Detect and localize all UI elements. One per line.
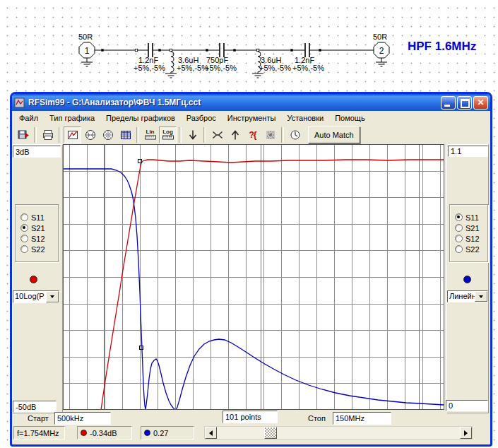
chevron-down-icon — [50, 295, 54, 298]
capacitor-c3[interactable] — [305, 43, 309, 57]
right-radio-s21[interactable]: S21 — [455, 224, 487, 232]
desktop: 1 50R 1.2nF +5%,-5% 3.6uH +5%,-5% 750pF … — [0, 0, 498, 448]
maximize-button[interactable] — [457, 96, 472, 110]
right-radio-s22[interactable]: S22 — [455, 245, 487, 254]
blue-marker-icon — [144, 430, 150, 436]
up-arrow-icon — [229, 129, 242, 141]
schematic: 1 50R 1.2nF +5%,-5% 3.6uH +5%,-5% 750pF … — [0, 0, 498, 92]
cursor-scrollbar[interactable] — [204, 426, 473, 440]
polar-chart-button[interactable] — [99, 126, 117, 143]
blue-marker-value: 0.27 — [153, 429, 168, 437]
l1-tolerance: +5%,-5% — [177, 64, 208, 72]
table-view-button[interactable] — [117, 126, 134, 143]
dropdown-button[interactable] — [46, 291, 59, 302]
s-parameter-chart[interactable] — [63, 144, 444, 410]
ground-icon — [376, 58, 387, 66]
match-button[interactable] — [208, 126, 226, 143]
right-bottom-limit-input[interactable] — [446, 400, 488, 411]
rectangular-graph-button[interactable] — [64, 126, 81, 143]
noise-button[interactable] — [261, 126, 279, 143]
points-input[interactable] — [223, 411, 278, 423]
left-top-limit-input[interactable] — [13, 146, 61, 158]
auto-match-button[interactable]: Auto Match — [308, 126, 360, 143]
titlebar[interactable]: RFSim99 - G:\Анализатор\ФВЧ 1.5МГц.cct ✕ — [12, 94, 490, 111]
toolbar-separator — [34, 127, 37, 143]
scrollbar-left-button[interactable] — [205, 427, 217, 439]
smith-chart-button[interactable] — [81, 126, 99, 143]
linear-sweep-button[interactable]: Lin — [141, 126, 159, 143]
app-icon — [14, 98, 25, 108]
table-icon — [119, 129, 132, 141]
window-title: RFSim99 - G:\Анализатор\ФВЧ 1.5МГц.cct — [28, 98, 438, 107]
right-format-dropdown[interactable]: Линейн — [447, 290, 488, 302]
log-sweep-button[interactable]: Log — [159, 126, 177, 143]
ground-icon — [252, 73, 263, 78]
radio-label: S22 — [31, 245, 45, 254]
capacitor-c2[interactable] — [220, 43, 224, 57]
menu-graph-type[interactable]: Тип графика — [44, 112, 100, 124]
polar-chart-icon — [102, 129, 114, 141]
radio-label: S22 — [466, 245, 480, 254]
left-format-dropdown[interactable]: 10Log(P — [13, 290, 59, 303]
save-icon — [17, 129, 30, 141]
radio-label: S11 — [466, 213, 479, 222]
save-button[interactable] — [14, 126, 32, 143]
menu-settings[interactable]: Установки — [281, 112, 329, 124]
left-format-value: 10Log(P — [13, 291, 46, 302]
dropdown-button[interactable] — [475, 291, 487, 302]
close-icon: ✕ — [477, 98, 484, 107]
ruler-icon — [145, 135, 156, 140]
radio-icon — [455, 235, 463, 242]
timer-button[interactable] — [286, 126, 304, 143]
capacitor-c1[interactable] — [148, 43, 153, 57]
menu-help[interactable]: Помощь — [329, 112, 371, 124]
match-icon — [211, 129, 224, 141]
port-2-impedance: 50R — [373, 33, 387, 41]
radio-icon — [455, 245, 463, 253]
menu-tools[interactable]: Инструменты — [222, 112, 282, 124]
start-frequency-input[interactable] — [54, 412, 111, 425]
upload-button[interactable] — [226, 126, 244, 143]
download-button[interactable] — [184, 126, 201, 143]
clock-icon — [289, 129, 302, 141]
red-trace-dot — [30, 276, 37, 283]
close-button[interactable]: ✕ — [473, 96, 488, 110]
stop-frequency-input[interactable] — [333, 412, 391, 425]
right-trace-group: S11 S21 S12 S22 — [449, 204, 488, 262]
menu-graph-limits[interactable]: Пределы графиков — [100, 112, 181, 124]
menu-spread[interactable]: Разброс — [181, 112, 222, 124]
chevron-down-icon — [479, 295, 483, 298]
down-arrow-icon — [186, 129, 199, 141]
port-1[interactable]: 1 — [79, 42, 95, 66]
left-arrow-icon — [209, 430, 213, 436]
inductor-l1[interactable] — [165, 50, 177, 78]
scrollbar-right-button[interactable] — [460, 427, 472, 439]
radio-icon — [20, 224, 28, 232]
right-arrow-icon — [464, 430, 468, 436]
cursor-frequency: f=1.754MHz — [17, 429, 59, 437]
port-2[interactable]: 2 — [374, 42, 389, 66]
left-radio-s21[interactable]: S21 — [20, 224, 58, 232]
linear-sweep-label: Lin — [146, 129, 155, 135]
toolbar: Lin Log — [12, 125, 490, 144]
left-radio-s11[interactable]: S11 — [20, 213, 58, 222]
right-radio-s12[interactable]: S12 — [455, 235, 487, 243]
print-button[interactable] — [39, 126, 57, 143]
port-2-number: 2 — [379, 46, 384, 56]
left-bottom-limit-input[interactable] — [13, 401, 57, 413]
left-radio-s12[interactable]: S12 — [20, 235, 58, 243]
blue-trace-dot — [463, 276, 471, 283]
schematic-title: HPF 1.6MHz — [408, 40, 476, 53]
minimize-button[interactable] — [441, 96, 456, 110]
optimize-button[interactable]: ?{ — [244, 126, 261, 143]
cursor-frequency-panel: f=1.754MHz — [13, 426, 65, 440]
menu-file[interactable]: Файл — [13, 112, 44, 124]
left-radio-s22[interactable]: S22 — [20, 245, 58, 254]
optimize-icon: ?{ — [249, 130, 256, 140]
toolbar-separator — [203, 127, 206, 143]
scrollbar-thumb[interactable] — [264, 427, 277, 439]
right-radio-s11[interactable]: S11 — [455, 213, 487, 222]
right-top-limit-input[interactable] — [448, 146, 488, 157]
ground-icon — [81, 58, 93, 66]
c3-tolerance: +5%,-5% — [292, 64, 324, 72]
